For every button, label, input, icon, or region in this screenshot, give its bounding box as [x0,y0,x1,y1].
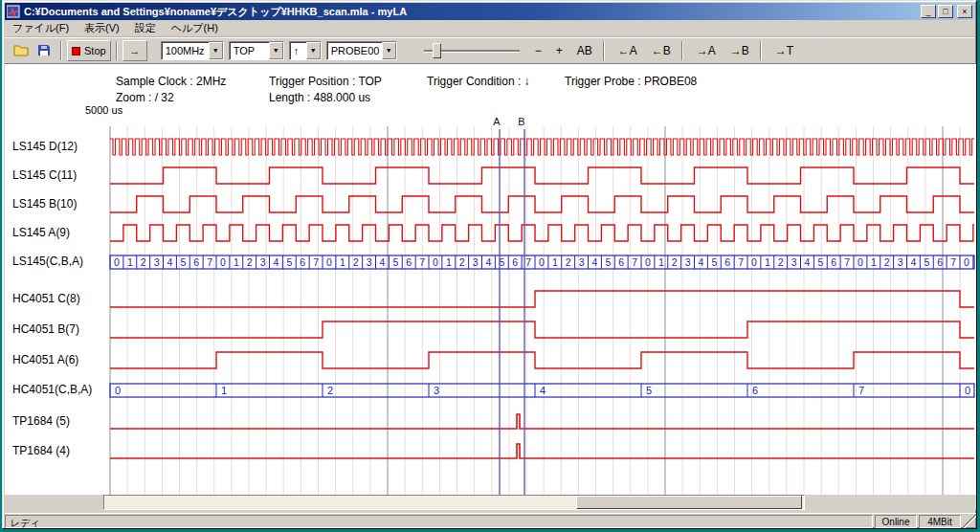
svg-text:2: 2 [459,256,465,268]
scrollbar-thumb[interactable] [576,496,802,509]
svg-text:0: 0 [964,256,969,268]
svg-text:5: 5 [605,256,611,268]
svg-text:2: 2 [247,256,253,268]
titlebar[interactable]: C:¥Documents and Settings¥noname¥デスクトップ¥… [5,3,974,20]
stop-label: Stop [84,45,106,56]
close-button[interactable]: × [957,5,972,18]
svg-text:1: 1 [127,256,133,268]
zoom-in-button[interactable]: + [550,41,568,60]
svg-text:6: 6 [618,256,624,268]
svg-text:0: 0 [115,385,121,396]
menu-settings[interactable]: 設定 [127,19,164,37]
svg-text:7: 7 [207,256,212,268]
svg-text:4: 4 [486,256,492,268]
scrollbar-row [5,495,976,510]
chevron-down-icon[interactable]: ▼ [209,42,223,59]
resize-grip[interactable] [963,515,976,528]
svg-text:1: 1 [552,256,558,268]
svg-text:0: 0 [326,256,332,268]
waveform-display[interactable]: 0123456701234567012345670123456701234567… [5,64,976,496]
svg-text:2: 2 [672,256,678,268]
svg-text:1: 1 [765,256,770,268]
svg-text:4: 4 [592,256,598,268]
stop-button[interactable]: Stop [67,40,111,61]
zoom-out-button[interactable]: − [529,41,547,60]
svg-text:1: 1 [658,256,664,268]
svg-text:7: 7 [844,256,850,268]
svg-text:5: 5 [392,256,398,268]
trigger-edge-select[interactable]: ↑ ▼ [289,41,322,60]
marker-b-right-button[interactable]: →B [724,41,755,60]
run-button[interactable]: → [122,40,147,61]
trigger-edge-value: ↑ [290,42,306,59]
svg-text:4: 4 [167,256,173,268]
svg-text:6: 6 [937,256,943,268]
svg-text:5: 5 [646,385,652,396]
svg-text:6: 6 [193,256,199,268]
stop-icon [72,47,80,55]
svg-text:3: 3 [791,256,797,268]
svg-text:0: 0 [539,256,545,268]
maximize-button[interactable]: □ [938,5,953,18]
svg-text:7: 7 [632,256,637,268]
waveform-panel: Sample Clock : 2MHz Trigger Position : T… [5,63,976,495]
zoom-ab-button[interactable]: AB [571,41,598,60]
svg-text:A: A [493,116,501,127]
svg-text:2: 2 [778,256,784,268]
svg-text:7: 7 [738,256,744,268]
svg-text:4: 4 [380,256,386,268]
svg-text:5: 5 [924,256,929,268]
chevron-down-icon[interactable]: ▼ [306,42,321,59]
svg-text:0: 0 [965,385,970,396]
svg-text:6: 6 [512,256,518,268]
sample-rate-value: 100MHz [162,42,209,59]
svg-text:3: 3 [685,256,691,268]
open-folder-icon [13,44,29,58]
app-icon [7,5,20,18]
sample-rate-select[interactable]: 100MHz ▼ [161,41,224,60]
svg-text:1: 1 [340,256,345,268]
menu-view[interactable]: 表示(V) [77,19,127,37]
statusbar: レディ Online 4MBit [5,513,976,528]
svg-text:1: 1 [446,256,452,268]
status-memory-badge: 4MBit [919,515,961,528]
desktop: { "window": { "title": "C:¥Documents and… [0,0,980,532]
svg-text:2: 2 [141,256,146,268]
svg-text:7: 7 [858,385,864,396]
svg-text:4: 4 [540,385,546,396]
toolbar-separator [760,41,762,60]
marker-a-left-button[interactable]: ←A [612,41,643,60]
zoom-slider-thumb[interactable] [433,43,441,58]
minimize-button[interactable]: _ [921,5,936,18]
save-button[interactable] [33,40,56,61]
svg-text:3: 3 [898,256,903,268]
svg-text:1: 1 [871,256,877,268]
svg-text:0: 0 [751,256,757,268]
marker-a-right-button[interactable]: →A [691,41,722,60]
svg-text:0: 0 [114,256,120,268]
svg-text:2: 2 [353,256,359,268]
marker-b-left-button[interactable]: ←B [646,41,677,60]
status-message: レディ [5,515,873,528]
window-title: C:¥Documents and Settings¥noname¥デスクトップ¥… [24,5,919,19]
menu-help[interactable]: ヘルプ(H) [164,19,226,37]
trigger-probe-select[interactable]: PROBE00 ▼ [326,41,397,60]
toolbar: Stop → 100MHz ▼ TOP ▼ ↑ ▼ PROBE00 ▼ − + … [5,37,974,63]
trigger-position-select[interactable]: TOP ▼ [229,41,284,60]
chevron-down-icon[interactable]: ▼ [269,42,283,59]
zoom-slider[interactable] [424,41,520,60]
save-floppy-icon [37,44,51,58]
svg-text:3: 3 [154,256,160,268]
chevron-down-icon[interactable]: ▼ [382,42,396,59]
svg-text:6: 6 [831,256,836,268]
run-arrow-icon: → [129,45,140,56]
open-button[interactable] [10,40,33,61]
menu-file[interactable]: ファイル(F) [5,19,77,37]
svg-text:4: 4 [805,256,811,268]
goto-trigger-button[interactable]: →T [769,41,799,60]
horizontal-scrollbar[interactable] [103,495,805,510]
svg-text:6: 6 [724,256,730,268]
svg-text:6: 6 [406,256,412,268]
svg-text:0: 0 [433,256,438,268]
toolbar-separator [60,41,62,60]
